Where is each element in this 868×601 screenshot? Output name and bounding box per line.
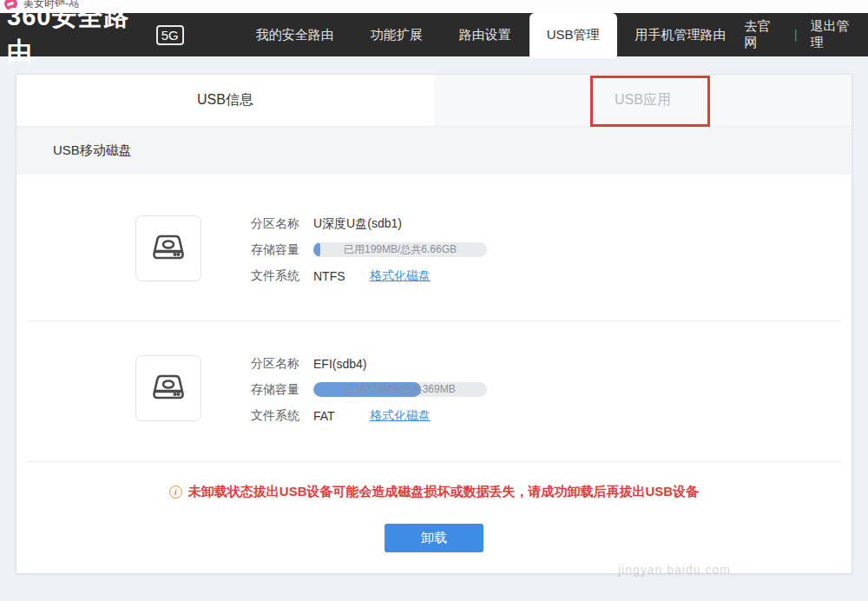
partition-row: 分区名称 U深度U盘(sdb1) [251,216,487,231]
format-disk-link[interactable]: 格式化磁盘 [370,268,431,284]
official-site-link[interactable]: 去官网 [745,18,781,51]
link-separator: ｜ [790,27,802,43]
filesystem-row: 文件系统 FAT 格式化磁盘 [251,408,487,423]
tab-usb-info[interactable]: USB信息 [16,75,434,126]
capacity-row: 存储容量 已用199MB/总共6.66GB [251,242,487,257]
capacity-text: 已用224MB/总共369MB [313,382,487,397]
warning-area: i 未卸载状态拔出USB设备可能会造成磁盘损坏或数据丢失，请成功卸载后再拔出US… [16,462,852,552]
partition-label: 分区名称 [251,356,313,372]
partition-name: U深度U盘(sdb1) [313,216,402,232]
logo-5g-badge: 5G [156,25,184,45]
capacity-row: 存储容量 已用224MB/总共369MB [251,382,487,397]
nav-right-links: 去官网 ｜ 退出管理 [745,18,859,51]
capacity-label: 存储容量 [251,242,313,258]
logout-link[interactable]: 退出管理 [811,18,859,51]
tab-usb-apps[interactable]: USB应用 [434,75,852,126]
warning-line: i 未卸载状态拔出USB设备可能会造成磁盘损坏或数据丢失，请成功卸载后再拔出US… [16,484,852,500]
filesystem-label: 文件系统 [251,268,313,284]
partition-row: 分区名称 EFI(sdb4) [251,356,487,371]
logo-text: 360安全路由 [7,0,148,69]
capacity-label: 存储容量 [251,382,313,398]
capacity-progress-bar: 已用224MB/总共369MB [313,382,487,397]
usb-management-panel: USB信息 USB应用 USB移动磁盘 分区名称 U深度U盘(sdb1) 存储容… [16,74,852,574]
disk-entry: 分区名称 U深度U盘(sdb1) 存储容量 已用199MB/总共6.66GB 文… [16,175,852,320]
partition-label: 分区名称 [251,216,313,232]
nav-item-manage-by-phone[interactable]: 用手机管理路由 [617,13,745,56]
filesystem-value: NTFS [313,269,370,283]
watermark: jingyan.baidu.com [618,563,731,577]
logo: 360安全路由 5G [7,0,184,69]
filesystem-label: 文件系统 [251,408,313,424]
section-title: USB移动磁盘 [16,127,852,175]
partition-name: EFI(sdb4) [313,357,366,371]
disk-fields: 分区名称 U深度U盘(sdb1) 存储容量 已用199MB/总共6.66GB 文… [251,215,487,320]
disk-fields: 分区名称 EFI(sdb4) 存储容量 已用224MB/总共369MB 文件系统… [251,355,487,461]
nav-menu: 我的安全路由 功能扩展 路由设置 USB管理 用手机管理路由 [238,13,745,56]
filesystem-row: 文件系统 NTFS 格式化磁盘 [251,268,487,283]
nav-item-extensions[interactable]: 功能扩展 [352,13,441,56]
capacity-text: 已用199MB/总共6.66GB [313,242,487,257]
hard-drive-icon [135,215,201,281]
disk-entry: 分区名称 EFI(sdb4) 存储容量 已用224MB/总共369MB 文件系统… [16,321,852,461]
nav-item-router-settings[interactable]: 路由设置 [441,13,529,56]
capacity-progress-bar: 已用199MB/总共6.66GB [313,242,487,257]
filesystem-value: FAT [313,409,370,423]
top-navbar: 360安全路由 5G 我的安全路由 功能扩展 路由设置 USB管理 用手机管理路… [0,13,868,56]
hard-drive-icon [135,355,201,421]
nav-item-usb-management[interactable]: USB管理 [529,13,617,58]
nav-item-my-router[interactable]: 我的安全路由 [238,13,352,56]
warning-text: 未卸载状态拔出USB设备可能会造成磁盘损坏或数据丢失，请成功卸载后再拔出USB设… [188,484,699,500]
info-circle-icon: i [169,485,182,499]
panel-tab-row: USB信息 USB应用 [16,75,852,127]
unmount-button[interactable]: 卸载 [385,524,483,552]
format-disk-link[interactable]: 格式化磁盘 [370,408,431,424]
